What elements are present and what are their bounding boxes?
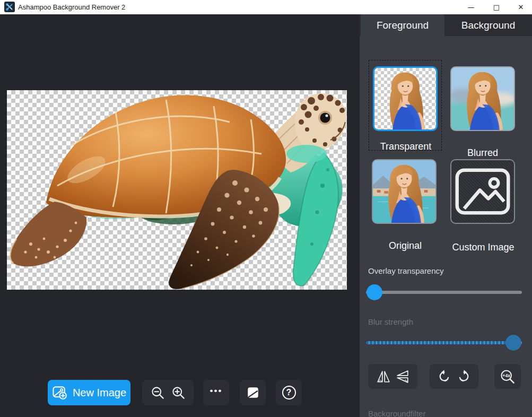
backgroundfilter-label: Backgroundfilter xyxy=(368,409,425,417)
new-image-label: New Image xyxy=(73,387,126,399)
ellipsis-icon: ••• xyxy=(210,386,223,399)
turtle-image xyxy=(7,90,347,290)
background-options-panel: Transparent Blurred Original Custom Imag… xyxy=(360,36,532,417)
compare-view-button[interactable] xyxy=(240,380,266,405)
flip-vertical-icon[interactable] xyxy=(396,370,409,384)
option-blurred-label: Blurred xyxy=(443,147,522,159)
rotate-buttons-group xyxy=(430,364,478,389)
zoom-4x-icon: +4x xyxy=(500,369,516,385)
flip-buttons-group xyxy=(368,364,417,389)
blur-strength-slider[interactable] xyxy=(366,341,522,344)
title-bar: Ashampoo Background Remover 2 — □ ✕ xyxy=(0,0,532,14)
new-image-button[interactable]: New Image xyxy=(48,380,130,405)
help-button[interactable]: ? xyxy=(276,380,302,405)
zoom-in-icon[interactable] xyxy=(171,386,186,400)
app-logo-scissors-icon xyxy=(4,2,15,12)
option-original-label: Original xyxy=(365,240,445,251)
rotate-left-icon[interactable] xyxy=(437,369,451,384)
window-title: Ashampoo Background Remover 2 xyxy=(18,3,125,11)
option-custom-image-thumbnail[interactable] xyxy=(450,159,515,224)
overlay-transparency-slider[interactable] xyxy=(366,291,522,294)
new-image-icon xyxy=(52,385,68,400)
minimize-button[interactable]: — xyxy=(460,0,482,14)
editing-canvas[interactable] xyxy=(7,90,347,290)
overlay-transparency-label: Overlay transparency xyxy=(368,266,444,275)
flip-horizontal-icon[interactable] xyxy=(377,370,390,384)
option-transparent-label: Transparent xyxy=(373,141,439,152)
side-panel: Foreground Background Transparent Blurre… xyxy=(360,14,532,417)
zoom-4x-button[interactable]: +4x xyxy=(494,364,521,389)
option-custom-image-label: Custom Image xyxy=(449,240,518,254)
option-original-thumbnail[interactable] xyxy=(372,159,437,224)
option-transparent-thumbnail[interactable] xyxy=(373,66,438,131)
image-placeholder-icon xyxy=(451,160,514,223)
close-button[interactable]: ✕ xyxy=(510,0,531,14)
tab-background[interactable]: Background xyxy=(444,14,532,36)
rotate-right-icon[interactable] xyxy=(457,369,471,384)
option-blurred-thumbnail[interactable] xyxy=(450,66,515,131)
maximize-button[interactable]: □ xyxy=(486,0,507,14)
selection-focus-rect: Transparent xyxy=(369,60,442,151)
app-body: Foreground Background Transparent Blurre… xyxy=(0,14,532,417)
overlay-transparency-slider-thumb[interactable] xyxy=(367,284,382,300)
blur-strength-label: Blur strength xyxy=(368,317,413,326)
help-icon: ? xyxy=(282,386,296,399)
zoom-out-icon[interactable] xyxy=(151,386,165,400)
zoom-4x-label: +4x xyxy=(502,372,510,378)
tab-foreground[interactable]: Foreground xyxy=(361,14,444,36)
compare-icon xyxy=(246,386,260,399)
more-options-button[interactable]: ••• xyxy=(203,380,229,405)
blur-strength-slider-thumb[interactable] xyxy=(505,335,521,351)
zoom-buttons-group xyxy=(142,380,194,405)
